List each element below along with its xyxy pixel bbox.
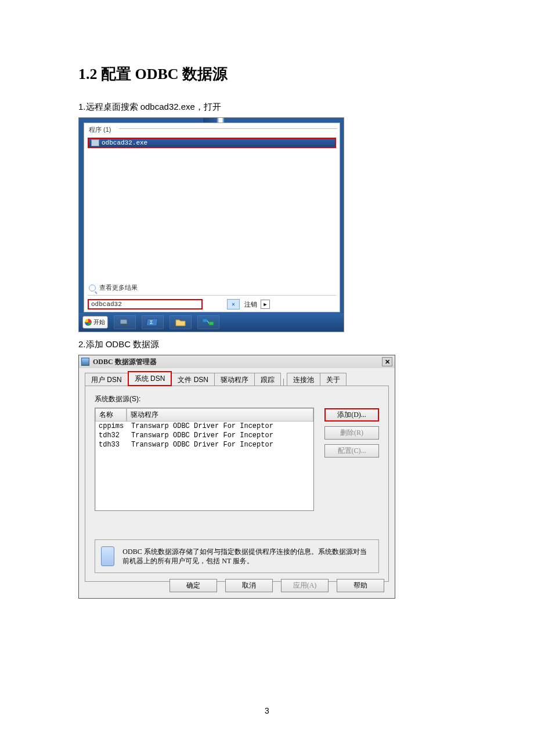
search-result-odbcad32[interactable]: odbcad32.exe — [88, 138, 336, 148]
search-result-label: odbcad32.exe — [102, 139, 147, 146]
svg-rect-5 — [209, 322, 214, 325]
network-icon — [202, 318, 215, 327]
start-label: 开始 — [93, 318, 105, 326]
page-number: 3 — [0, 706, 534, 715]
tab-system-dsn[interactable]: 系统 DSN — [128, 371, 172, 386]
configure-button[interactable]: 配置(C)... — [324, 444, 379, 458]
step-1-text: 1.远程桌面搜索 odbcad32.exe，打开 — [78, 102, 459, 113]
logoff-button[interactable]: 注销 — [244, 300, 257, 309]
taskbar-item-network[interactable] — [197, 315, 219, 329]
start-menu-panel: 程序 (1) odbcad32.exe 查看更多结果 odbcad32 ✕ 注销… — [84, 123, 340, 312]
powershell-icon: Σ — [146, 318, 159, 327]
svg-rect-4 — [203, 319, 207, 322]
divider — [88, 295, 336, 296]
app-icon — [91, 139, 99, 146]
help-button[interactable]: 帮助 — [337, 579, 384, 592]
data-source-list[interactable]: 名称 驱动程序 cppims Transwarp ODBC Driver For… — [95, 408, 314, 511]
screenshot-start-menu: 程序 (1) odbcad32.exe 查看更多结果 odbcad32 ✕ 注销… — [78, 117, 344, 332]
system-data-sources-label: 系统数据源(S): — [95, 394, 379, 404]
add-button[interactable]: 添加(D)... — [324, 408, 379, 422]
folder-icon — [175, 318, 186, 327]
cell-driver: Transwarp ODBC Driver For Inceptor — [130, 422, 310, 430]
tab-strip: 用户 DSN 系统 DSN 文件 DSN 驱动程序 跟踪 | 连接池 关于 — [85, 373, 389, 386]
see-more-label: 查看更多结果 — [99, 283, 138, 292]
table-row[interactable]: tdh32 Transwarp ODBC Driver For Inceptor — [95, 431, 313, 440]
logoff-more-arrow[interactable]: ▶ — [261, 300, 270, 309]
info-icon — [101, 546, 114, 566]
odbc-app-icon — [81, 358, 89, 366]
col-header-name[interactable]: 名称 — [95, 408, 127, 422]
step-2-text: 2.添加 ODBC 数据源 — [78, 339, 459, 350]
see-more-results[interactable]: 查看更多结果 — [89, 283, 138, 292]
close-button[interactable]: ✕ — [382, 357, 392, 366]
cell-name: cppims — [99, 422, 130, 430]
svg-rect-0 — [120, 319, 127, 324]
tab-user-dsn[interactable]: 用户 DSN — [85, 373, 128, 386]
table-row[interactable]: cppims Transwarp ODBC Driver For Incepto… — [95, 422, 313, 431]
tab-panel-system-dsn: 系统数据源(S): 名称 驱动程序 cppims Transwarp ODBC … — [85, 386, 389, 582]
info-box: ODBC 系统数据源存储了如何与指定数据提供程序连接的信息。系统数据源对当前机器… — [95, 539, 379, 573]
taskbar: 开始 Σ — [79, 313, 344, 332]
tab-drivers[interactable]: 驱动程序 — [214, 373, 255, 386]
svg-rect-1 — [122, 325, 128, 326]
info-text: ODBC 系统数据源存储了如何与指定数据提供程序连接的信息。系统数据源对当前机器… — [122, 547, 373, 566]
remove-button[interactable]: 删除(R) — [324, 426, 379, 440]
taskbar-item-explorer[interactable] — [169, 315, 192, 329]
windows-orb-icon — [85, 319, 92, 326]
server-icon — [119, 318, 131, 327]
col-header-driver[interactable]: 驱动程序 — [127, 408, 313, 422]
section-heading: 1.2 配置 ODBC 数据源 — [78, 64, 459, 84]
cell-name: tdh32 — [99, 431, 130, 440]
search-group-header: 程序 (1) — [84, 123, 340, 135]
tab-separator: | — [280, 377, 287, 386]
taskbar-item-server-manager[interactable] — [114, 315, 136, 329]
table-row[interactable]: tdh33 Transwarp ODBC Driver For Inceptor — [95, 440, 313, 449]
screenshot-odbc-dialog: ODBC 数据源管理器 ✕ 用户 DSN 系统 DSN 文件 DSN 驱动程序 … — [78, 355, 395, 599]
svg-text:Σ: Σ — [150, 319, 153, 325]
dialog-title: ODBC 数据源管理器 — [93, 357, 378, 367]
cell-driver: Transwarp ODBC Driver For Inceptor — [130, 431, 310, 440]
tab-about[interactable]: 关于 — [320, 373, 347, 386]
start-button[interactable]: 开始 — [82, 316, 108, 329]
cell-name: tdh33 — [99, 441, 130, 449]
tab-trace[interactable]: 跟踪 — [254, 373, 281, 386]
start-search-input[interactable]: odbcad32 — [88, 299, 203, 309]
search-icon — [89, 285, 96, 291]
cancel-button[interactable]: 取消 — [225, 579, 273, 592]
apply-button[interactable]: 应用(A) — [281, 579, 329, 592]
taskbar-item-powershell[interactable]: Σ — [142, 315, 164, 329]
ok-button[interactable]: 确定 — [169, 579, 217, 592]
cell-driver: Transwarp ODBC Driver For Inceptor — [130, 441, 310, 449]
dialog-titlebar: ODBC 数据源管理器 ✕ — [79, 355, 395, 368]
tab-pooling[interactable]: 连接池 — [287, 373, 320, 386]
tab-file-dsn[interactable]: 文件 DSN — [171, 373, 215, 386]
clear-search-button[interactable]: ✕ — [227, 299, 240, 309]
